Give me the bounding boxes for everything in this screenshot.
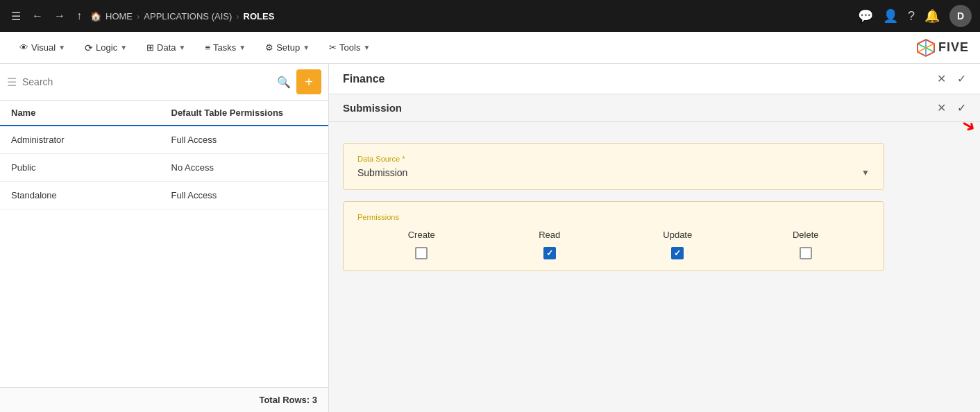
read-permission-col: Read [486,230,614,259]
main-area: ☰ 🔍 + Name Default Table Permissions Adm… [0,64,980,412]
finance-check-button[interactable]: ✓ [957,72,966,85]
tasks-icon: ≡ [205,42,210,53]
home-label[interactable]: HOME [105,11,133,22]
row-name-public: Public [11,162,158,173]
logic-chevron: ▼ [120,44,127,51]
delete-label: Delete [793,230,819,240]
menu-item-visual[interactable]: 👁 Visual ▼ [11,38,74,57]
table-row[interactable]: Public No Access [0,154,328,182]
applications-label[interactable]: APPLICATIONS (AIS) [144,11,232,22]
back-button[interactable]: ← [29,7,46,25]
five-logo: FIVE [916,38,969,58]
data-chevron: ▼ [179,44,186,51]
datasource-chevron-icon: ▼ [861,168,870,178]
logic-label: Logic [96,42,117,53]
tasks-label: Tasks [213,42,236,53]
datasource-card: Data Source * Submission ▼ [343,143,884,190]
update-permission-col: Update [614,230,742,259]
row-perm-administrator: Full Access [158,135,318,145]
finance-header: Finance ✕ ✓ [329,64,980,94]
setup-label: Setup [276,42,300,53]
home-icon: 🏠 [90,11,101,22]
datasource-value: Submission [357,167,407,178]
finance-close-button[interactable]: ✕ [937,72,946,85]
table-row[interactable]: Standalone Full Access [0,182,328,209]
up-button[interactable]: ↑ [74,7,85,25]
read-label: Read [539,230,560,240]
user-icon[interactable]: 👤 [883,8,898,24]
five-logo-text: FIVE [938,40,969,55]
total-rows: Total Rows: 3 [259,395,317,405]
help-icon[interactable]: ? [908,9,915,24]
menu-item-setup[interactable]: ⚙ Setup ▼ [257,38,318,57]
add-button[interactable]: + [296,69,321,94]
avatar[interactable]: D [949,5,972,27]
visual-label: Visual [31,42,56,53]
tools-label: Tools [339,42,360,53]
finance-header-actions: ✕ ✓ [937,72,966,85]
menu-item-tools[interactable]: ✂ Tools ▼ [321,38,378,57]
table-header: Name Default Table Permissions [0,101,328,126]
breadcrumb: 🏠 HOME › APPLICATIONS (AIS) › ROLES [90,11,852,22]
create-label: Create [408,230,435,240]
create-permission-col: Create [357,230,486,259]
visual-chevron: ▼ [58,44,65,51]
table-footer: Total Rows: 3 [0,387,328,412]
form-content: Data Source * Submission ▼ Permissions C… [329,122,980,412]
read-checkbox[interactable] [543,247,556,259]
table-row[interactable]: Administrator Full Access [0,126,328,154]
update-label: Update [663,230,692,240]
menu-bar: 👁 Visual ▼ ⟳ Logic ▼ ⊞ Data ▼ ≡ Tasks ▼ … [0,32,980,64]
tools-icon: ✂ [329,42,337,53]
data-label: Data [157,42,176,53]
permissions-card: Permissions Create Read Update [343,201,884,271]
chat-icon[interactable]: 💬 [858,8,873,24]
permissions-label: Permissions [357,213,870,221]
breadcrumb-sep1: › [137,11,140,22]
data-icon: ⊞ [146,42,154,53]
setup-chevron: ▼ [303,44,310,51]
filter-icon: ☰ [7,76,17,89]
submission-title: Submission [343,102,402,114]
row-perm-standalone: Full Access [158,190,318,200]
search-bar: ☰ 🔍 + [0,64,328,101]
breadcrumb-sep2: › [236,11,239,22]
row-name-standalone: Standalone [11,190,158,200]
left-panel: ☰ 🔍 + Name Default Table Permissions Adm… [0,64,329,412]
submission-header-actions: ✕ ✓ ➜ [937,101,966,114]
menu-icon[interactable]: ☰ [8,7,24,26]
table-body: Administrator Full Access Public No Acce… [0,126,328,387]
row-perm-public: No Access [158,162,318,173]
submission-check-button[interactable]: ✓ [957,101,966,114]
tools-chevron: ▼ [363,44,370,51]
create-checkbox[interactable] [415,247,428,259]
column-name-header: Name [11,108,158,118]
finance-title: Finance [343,73,385,85]
right-panel: Finance ✕ ✓ Submission ✕ ✓ ➜ Data Source… [329,64,980,412]
bell-icon[interactable]: 🔔 [924,8,940,24]
menu-item-data[interactable]: ⊞ Data ▼ [138,38,194,57]
delete-permission-col: Delete [742,230,870,259]
top-navbar: ☰ ← → ↑ 🏠 HOME › APPLICATIONS (AIS) › RO… [0,0,980,32]
datasource-select[interactable]: Submission ▼ [357,167,870,178]
submission-header: Submission ✕ ✓ ➜ [329,94,980,122]
delete-checkbox[interactable] [800,247,812,259]
update-checkbox[interactable] [671,247,684,259]
logic-icon: ⟳ [85,42,93,53]
roles-label[interactable]: ROLES [244,11,275,22]
datasource-label: Data Source * [357,155,870,163]
forward-button[interactable]: → [51,7,68,25]
menu-item-tasks[interactable]: ≡ Tasks ▼ [196,38,254,57]
search-input[interactable] [22,76,271,87]
search-icon[interactable]: 🔍 [277,76,291,89]
top-right-icons: 💬 👤 ? 🔔 D [858,5,972,27]
submission-close-button[interactable]: ✕ [937,101,946,114]
column-permissions-header: Default Table Permissions [158,108,318,118]
visual-icon: 👁 [19,42,28,53]
permissions-row: Create Read Update Delete [357,230,870,259]
menu-item-logic[interactable]: ⟳ Logic ▼ [76,38,135,58]
five-logo-icon [916,38,936,58]
setup-icon: ⚙ [265,42,273,53]
tasks-chevron: ▼ [239,44,246,51]
row-name-administrator: Administrator [11,135,158,145]
